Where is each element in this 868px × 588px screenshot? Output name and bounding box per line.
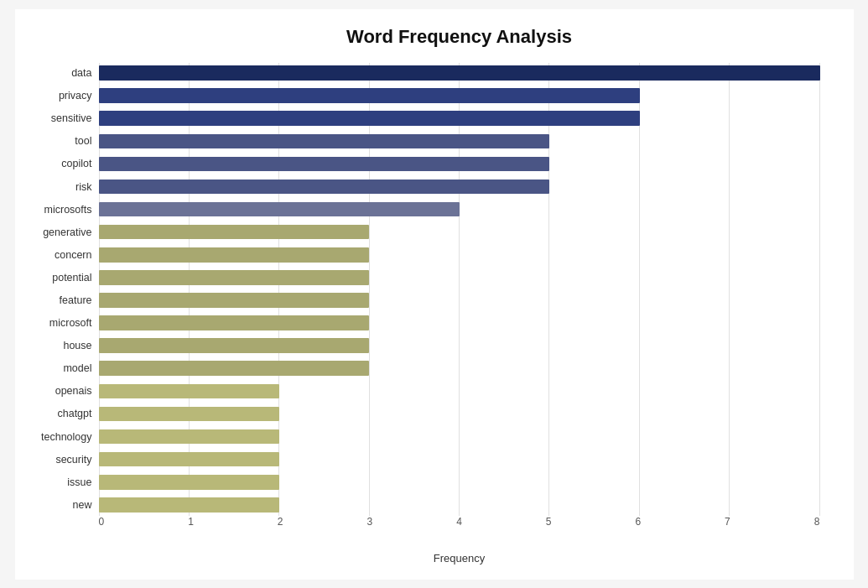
bar-label: potential <box>19 272 99 284</box>
bar-track <box>99 176 820 197</box>
x-ticks: 012345678 <box>99 516 820 528</box>
bar-label: risk <box>19 181 99 193</box>
bar-track <box>99 267 820 288</box>
bar-row: technology <box>99 426 820 447</box>
bar-label: feature <box>19 294 99 306</box>
bar-label: sensitive <box>19 112 99 124</box>
bar-track <box>99 108 820 129</box>
bar-row: issue <box>99 471 820 492</box>
bar <box>99 225 370 240</box>
bar <box>99 429 279 445</box>
x-tick: 5 <box>546 516 552 528</box>
bar <box>99 338 370 353</box>
bar <box>99 475 279 490</box>
bar-row: house <box>99 336 820 356</box>
bar-label: microsoft <box>19 317 99 329</box>
bar-row: tool <box>99 131 820 152</box>
bar <box>99 180 550 195</box>
bar-label: privacy <box>19 90 99 101</box>
bar-row: new <box>99 494 820 515</box>
bar-track <box>99 449 820 470</box>
bar-track <box>99 403 820 424</box>
bar-row: microsoft <box>99 313 820 334</box>
bar <box>99 65 820 81</box>
chart-title: Word Frequency Analysis <box>99 26 820 48</box>
bar-row: sensitive <box>99 108 820 129</box>
x-axis: 012345678 <box>99 516 820 541</box>
x-tick: 6 <box>635 516 641 528</box>
x-tick: 7 <box>725 516 730 528</box>
bar <box>99 452 279 467</box>
bar-label: security <box>19 454 99 466</box>
bar-row: security <box>99 449 820 470</box>
bar <box>99 134 550 149</box>
chart-area: dataprivacysensitivetoolcopilotriskmicro… <box>99 63 820 541</box>
bar-label: tool <box>19 135 99 147</box>
bar-label: model <box>19 362 99 374</box>
bar-track <box>99 494 820 515</box>
bar-track <box>99 358 820 379</box>
x-tick: 2 <box>278 516 283 528</box>
bar-track <box>99 426 820 447</box>
bar-track <box>99 154 820 174</box>
bar-track <box>99 336 820 356</box>
bar-row: microsofts <box>99 199 820 220</box>
bar-track <box>99 131 820 152</box>
bar <box>99 293 370 308</box>
bar-row: concern <box>99 244 820 265</box>
bar <box>99 88 640 103</box>
bars-wrapper: dataprivacysensitivetoolcopilotriskmicro… <box>99 63 820 516</box>
bar-track <box>99 289 820 310</box>
bar-label: data <box>19 67 99 79</box>
x-tick: 8 <box>814 516 820 528</box>
bar-track <box>99 199 820 220</box>
x-tick: 0 <box>99 516 105 528</box>
x-tick: 4 <box>456 516 462 528</box>
bar <box>99 315 370 330</box>
bar-row: copilot <box>99 154 820 174</box>
bar-row: privacy <box>99 86 820 107</box>
bar-row: feature <box>99 289 820 310</box>
bar <box>99 111 640 126</box>
bar-track <box>99 244 820 265</box>
bar-track <box>99 381 820 402</box>
chart-container: Word Frequency Analysis dataprivacysensi… <box>15 9 854 580</box>
bar <box>99 157 550 172</box>
x-tick: 3 <box>366 516 372 528</box>
bar-row: generative <box>99 221 820 242</box>
bar <box>99 497 279 513</box>
bar-row: chatgpt <box>99 403 820 424</box>
bar <box>99 247 370 263</box>
x-tick: 1 <box>188 516 194 528</box>
bar-row: data <box>99 63 820 84</box>
bar-track <box>99 221 820 242</box>
bar <box>99 361 370 376</box>
bar-label: chatgpt <box>19 408 99 419</box>
bar-label: technology <box>19 431 99 443</box>
bar-track <box>99 471 820 492</box>
bar-label: house <box>19 340 99 351</box>
bar <box>99 407 279 422</box>
bar-row: potential <box>99 267 820 288</box>
bar-label: generative <box>19 226 99 238</box>
bar-label: copilot <box>19 158 99 169</box>
bar <box>99 270 370 285</box>
bar-track <box>99 86 820 107</box>
bar-label: openais <box>19 385 99 397</box>
bar-label: new <box>19 499 99 511</box>
bar-row: openais <box>99 381 820 402</box>
bar-label: microsofts <box>19 204 99 216</box>
bar <box>99 202 460 217</box>
bar-row: risk <box>99 176 820 197</box>
bar-label: concern <box>19 249 99 261</box>
bar-row: model <box>99 358 820 379</box>
bar-track <box>99 63 820 84</box>
bar <box>99 384 279 399</box>
x-axis-label: Frequency <box>434 552 485 565</box>
bar-label: issue <box>19 476 99 488</box>
bar-track <box>99 313 820 334</box>
